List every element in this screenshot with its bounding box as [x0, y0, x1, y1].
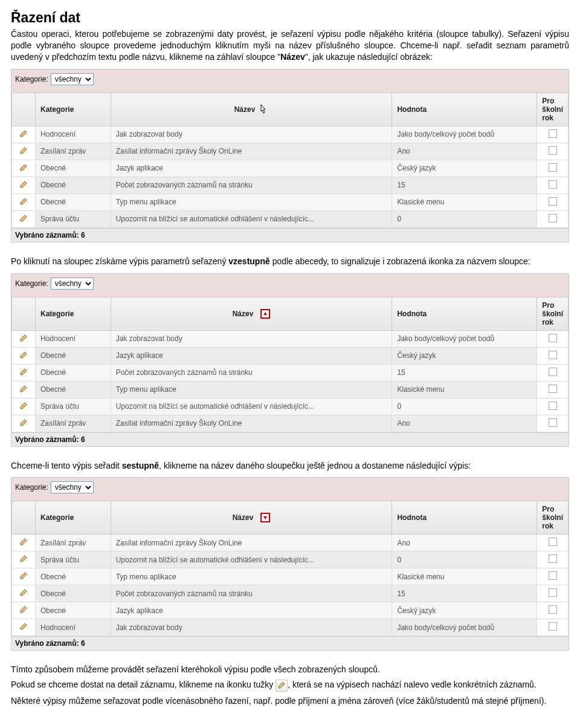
edit-pencil-button[interactable]	[12, 347, 36, 364]
table-row: Zasílání zprávZasílat informační zprávy …	[12, 415, 569, 432]
col-kategorie[interactable]: Kategorie	[36, 501, 111, 535]
cell-hodnota: 15	[392, 177, 537, 193]
grid-footer: Vybráno záznamů: 6	[11, 228, 569, 242]
edit-pencil-button[interactable]	[12, 551, 36, 568]
sort-asc-icon	[260, 309, 270, 319]
table-row: ObecnéTyp menu aplikaceKlasické menu	[12, 381, 569, 398]
cell-proskolnirok	[537, 415, 569, 432]
filter-select[interactable]: všechny	[51, 278, 94, 290]
edit-pencil-button[interactable]	[12, 126, 36, 143]
cell-kategorie: Obecné	[36, 381, 111, 398]
cell-kategorie: Obecné	[36, 160, 111, 177]
col-label: Název	[233, 310, 254, 318]
table-row: Zasílání zprávZasílat informační zprávy …	[12, 143, 569, 160]
edit-pencil-button[interactable]	[12, 143, 36, 160]
grid-body: HodnoceníJak zobrazovat bodyJako body/ce…	[12, 126, 569, 227]
cursor-pointer-icon	[259, 104, 268, 115]
screenshot-2: Kategorie: všechny Kategorie Název Hodno…	[11, 273, 569, 447]
sort-desc-icon	[260, 513, 270, 522]
filter-label: Kategorie:	[15, 75, 48, 83]
table-row: ObecnéJazyk aplikaceČeský jazyk	[12, 347, 569, 364]
filter-bar: Kategorie: všechny	[11, 478, 569, 501]
checkbox-empty-icon	[549, 605, 557, 614]
grid-table: Kategorie Název Hodnota Pro školní rok H…	[11, 93, 569, 228]
col-kategorie[interactable]: Kategorie	[36, 93, 111, 126]
edit-pencil-button[interactable]	[12, 415, 36, 432]
paragraph-4: Tímto způsobem můžeme provádět seřazení …	[11, 664, 569, 675]
cell-proskolnirok	[537, 330, 569, 347]
cell-nazev: Počet zobrazovaných záznamů na stránku	[111, 177, 392, 193]
edit-pencil-button[interactable]	[12, 619, 36, 636]
col-label: Název	[234, 105, 256, 114]
cell-proskolnirok	[537, 619, 569, 636]
svg-marker-1	[263, 516, 267, 519]
paragraph-5: Pokud se chceme dostat na detail záznamu…	[11, 679, 569, 692]
edit-pencil-button[interactable]	[12, 568, 36, 585]
pencil-icon	[19, 129, 28, 139]
cell-hodnota: Jako body/celkový počet bodů	[392, 126, 537, 143]
filter-bar: Kategorie: všechny	[11, 70, 569, 93]
checkbox-empty-icon	[549, 129, 557, 138]
checkbox-empty-icon	[549, 146, 557, 155]
text-bold: sestupně	[122, 461, 159, 470]
text: Pokud se chceme dostat na detail záznamu…	[11, 680, 276, 689]
col-nazev[interactable]: Název	[111, 501, 392, 535]
col-nazev[interactable]: Název	[111, 297, 392, 330]
col-label: Název	[233, 513, 254, 522]
col-label: Kategorie	[40, 105, 74, 114]
filter-select[interactable]: všechny	[51, 73, 94, 85]
checkbox-empty-icon	[549, 214, 557, 223]
cell-proskolnirok	[537, 602, 569, 619]
table-row: ObecnéTyp menu aplikaceKlasické menu	[12, 568, 569, 585]
checkbox-empty-icon	[549, 538, 557, 546]
cell-kategorie: Zasílání zpráv	[36, 143, 111, 160]
cell-kategorie: Obecné	[36, 364, 111, 381]
edit-pencil-button[interactable]	[12, 160, 36, 177]
col-nazev[interactable]: Název	[111, 93, 392, 126]
col-hodnota[interactable]: Hodnota	[392, 501, 537, 535]
edit-pencil-button[interactable]	[12, 381, 36, 398]
col-proskolnirok[interactable]: Pro školní rok	[537, 501, 569, 535]
intro-paragraph: Častou operaci, kterou potřebujeme se zo…	[11, 28, 569, 63]
cell-kategorie: Hodnocení	[36, 330, 111, 347]
col-kategorie[interactable]: Kategorie	[36, 297, 111, 330]
cell-kategorie: Obecné	[36, 602, 111, 619]
edit-pencil-button[interactable]	[12, 193, 36, 210]
edit-pencil-button[interactable]	[12, 398, 36, 415]
checkbox-empty-icon	[549, 571, 557, 580]
edit-pencil-button[interactable]	[12, 330, 36, 347]
grid-body: Zasílání zprávZasílat informační zprávy …	[12, 535, 569, 636]
grid-table: Kategorie Název Hodnota Pro školní rok Z…	[11, 501, 569, 636]
text: , která se na výpisech nachází nalevo ve…	[288, 680, 536, 689]
cell-hodnota: Český jazyk	[392, 160, 537, 177]
page-title: Řazení dat	[11, 10, 569, 26]
paragraph-2: Po kliknutí na sloupec získáme výpis par…	[11, 256, 569, 267]
col-proskolnirok[interactable]: Pro školní rok	[537, 297, 569, 330]
grid-footer: Vybráno záznamů: 6	[11, 432, 569, 446]
checkbox-empty-icon	[549, 334, 557, 342]
col-hodnota[interactable]: Hodnota	[392, 93, 537, 126]
edit-pencil-button[interactable]	[12, 210, 36, 227]
col-hodnota[interactable]: Hodnota	[392, 297, 537, 330]
paragraph-6: Některé výpisy můžeme seřazovat podle ví…	[11, 695, 569, 707]
pencil-icon	[19, 163, 28, 173]
cell-nazev: Upozornit na blížící se automatické odhl…	[111, 551, 392, 568]
cell-nazev: Jak zobrazovat body	[111, 619, 392, 636]
edit-pencil-button[interactable]	[12, 177, 36, 193]
edit-pencil-button[interactable]	[12, 535, 36, 551]
cell-kategorie: Zasílání zpráv	[36, 415, 111, 432]
col-proskolnirok[interactable]: Pro školní rok	[537, 93, 569, 126]
cell-hodnota: Klasické menu	[392, 568, 537, 585]
filter-label: Kategorie:	[15, 483, 48, 492]
cell-hodnota: Ano	[392, 415, 537, 432]
col-label: Pro školní rok	[542, 301, 563, 327]
filter-select[interactable]: všechny	[51, 481, 94, 493]
cell-nazev: Jak zobrazovat body	[111, 330, 392, 347]
edit-pencil-button[interactable]	[12, 364, 36, 381]
cell-kategorie: Správa účtu	[36, 210, 111, 227]
edit-pencil-button[interactable]	[12, 602, 36, 619]
edit-pencil-button[interactable]	[12, 585, 36, 602]
table-row: ObecnéPočet zobrazovaných záznamů na str…	[12, 177, 569, 193]
checkbox-empty-icon	[549, 197, 557, 206]
cell-nazev: Jazyk aplikace	[111, 347, 392, 364]
